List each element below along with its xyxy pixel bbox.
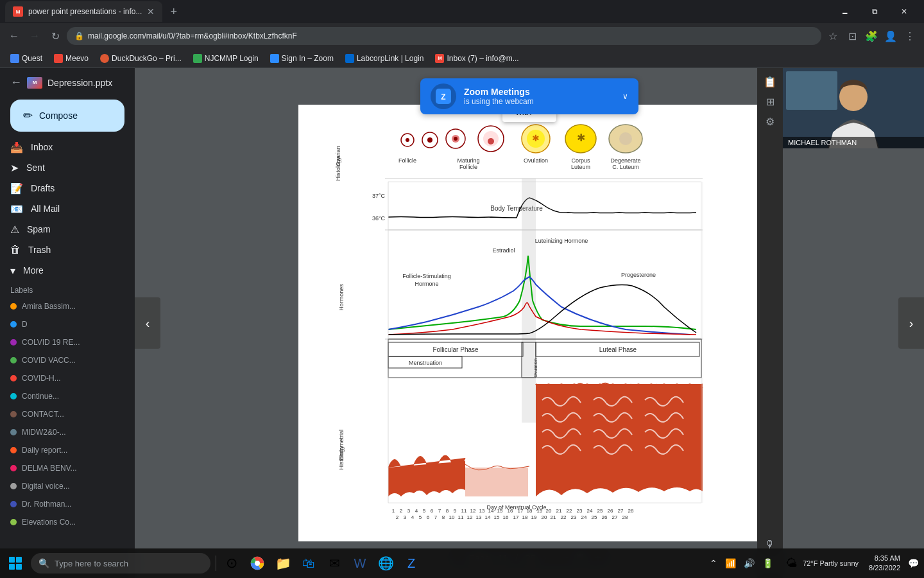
label-text: D xyxy=(22,320,28,329)
label-midw[interactable]: MIDW2&0-... xyxy=(0,423,135,441)
restore-button[interactable]: ⧉ xyxy=(860,0,889,23)
sidebar-item-allmail[interactable]: 📧 All Mail xyxy=(0,198,124,219)
webcam-video: MICHAEL ROTHMAN xyxy=(783,68,924,148)
bookmark-star-icon[interactable]: ☆ xyxy=(824,27,842,45)
prev-slide-button[interactable]: ‹ xyxy=(135,297,160,349)
svg-point-119 xyxy=(255,561,260,566)
sidebar-item-drafts[interactable]: 📝 Drafts xyxy=(0,178,124,198)
weather-widget[interactable]: 🌤 72°F Partly sunny xyxy=(781,557,864,570)
label-text: COLVID 19 RE... xyxy=(22,338,80,347)
refresh-button[interactable]: ↻ xyxy=(46,27,64,45)
label-daily[interactable]: Daily report... xyxy=(0,441,135,459)
label-digital[interactable]: Digital voice... xyxy=(0,477,135,495)
taskbar-search-bar[interactable]: 🔍 Type here to search xyxy=(31,553,210,574)
svg-text:Ovulation: Ovulation xyxy=(524,157,548,164)
zoom-subtitle: is using the webcam xyxy=(464,97,615,106)
notes-icon[interactable]: 📋 xyxy=(761,73,779,91)
zoom-chevron-button[interactable]: ∨ xyxy=(622,92,628,101)
new-tab-button[interactable]: + xyxy=(165,5,182,19)
bookmark-duckduckgo[interactable]: DuckDuckGo – Pri... xyxy=(95,51,187,66)
taskbar-mail[interactable]: ✉ xyxy=(321,550,347,576)
label-text: Digital voice... xyxy=(22,482,70,491)
svg-text:3: 3 xyxy=(404,514,407,520)
inbox-label: Inbox xyxy=(31,142,53,152)
next-slide-button[interactable]: › xyxy=(898,297,924,349)
label-elevations[interactable]: Elevations Co... xyxy=(0,513,135,531)
tray-wifi-icon[interactable]: 📶 xyxy=(723,556,739,571)
svg-text:25: 25 xyxy=(597,508,603,514)
settings-icon[interactable]: ⚙ xyxy=(763,113,777,130)
cast-icon[interactable]: ⊡ xyxy=(843,27,861,45)
back-arrow-button[interactable]: ← xyxy=(10,76,22,89)
sidebar-item-spam[interactable]: ⚠ Spam xyxy=(0,219,124,240)
svg-text:14: 14 xyxy=(485,514,491,520)
extensions-icon[interactable]: 🧩 xyxy=(862,27,880,45)
bookmark-quest[interactable]: Quest xyxy=(5,51,47,66)
notification-icon[interactable]: 💬 xyxy=(905,556,921,571)
label-d[interactable]: D xyxy=(0,315,135,333)
menu-icon[interactable]: ⋮ xyxy=(901,27,919,45)
sidebar-item-trash[interactable]: 🗑 Trash xyxy=(0,240,124,260)
label-delma[interactable]: DELMA BENV... xyxy=(0,459,135,477)
tray-volume-icon[interactable]: 🔊 xyxy=(741,556,757,571)
weather-temp: 72°F Partly sunny xyxy=(803,559,859,567)
label-dr-rothman[interactable]: Dr. Rothman... xyxy=(0,495,135,513)
bookmark-zoom[interactable]: Sign In – Zoom xyxy=(265,51,339,66)
svg-text:10: 10 xyxy=(449,514,455,520)
tab-close-button[interactable]: ✕ xyxy=(147,6,155,17)
label-amira[interactable]: Amira Bassim... xyxy=(0,297,135,315)
sidebar-item-more[interactable]: ▾ More xyxy=(0,260,124,281)
svg-point-20 xyxy=(619,132,632,145)
compose-button[interactable]: ✏ Compose xyxy=(10,100,124,132)
svg-text:✱: ✱ xyxy=(577,132,585,143)
taskbar-chrome[interactable] xyxy=(244,550,270,576)
bookmarks-bar: Quest Meevo DuckDuckGo – Pri... NJCMMP L… xyxy=(0,49,924,68)
expand-icon[interactable]: ⊞ xyxy=(764,93,777,110)
back-button[interactable]: ← xyxy=(5,27,23,45)
start-button[interactable] xyxy=(3,550,28,576)
svg-text:24: 24 xyxy=(587,508,593,514)
label-dot xyxy=(10,303,17,310)
tray-up-arrow[interactable]: ⌃ xyxy=(707,556,720,571)
url-bar[interactable]: 🔒 mail.google.com/mail/u/0/?tab=rm&ogbl#… xyxy=(67,27,821,45)
taskbar-cortana[interactable]: ⊙ xyxy=(219,550,244,576)
svg-text:20: 20 xyxy=(542,514,547,520)
compose-icon: ✏ xyxy=(23,109,33,123)
url-text: mail.google.com/mail/u/0/?tab=rm&ogbl#in… xyxy=(88,31,297,40)
system-clock[interactable]: 8:35 AM 8/23/2022 xyxy=(864,554,905,574)
taskbar-word[interactable]: W xyxy=(347,550,373,576)
profile-icon[interactable]: 👤 xyxy=(882,27,900,45)
svg-text:5: 5 xyxy=(423,508,426,514)
taskbar-browser-edge[interactable]: 🌐 xyxy=(373,550,398,576)
taskbar-store[interactable]: 🛍 xyxy=(296,550,321,576)
minimize-button[interactable]: 🗕 xyxy=(830,0,860,23)
svg-point-7 xyxy=(427,137,432,143)
label-contact[interactable]: CONTACT... xyxy=(0,405,135,423)
label-covid-vacc[interactable]: COVID VACC... xyxy=(0,351,135,369)
tray-battery-icon[interactable]: 🔋 xyxy=(760,556,776,571)
svg-text:1: 1 xyxy=(392,508,395,514)
taskbar-file-explorer[interactable]: 📁 xyxy=(270,550,296,576)
label-covid19[interactable]: COLVID 19 RE... xyxy=(0,333,135,351)
svg-text:6: 6 xyxy=(427,514,430,520)
svg-text:Luteinizing Hormone: Luteinizing Hormone xyxy=(535,238,588,244)
bookmark-meevo[interactable]: Meevo xyxy=(49,51,94,66)
bookmark-inbox[interactable]: M Inbox (7) – info@m... xyxy=(430,51,524,66)
svg-text:Histology: Histology xyxy=(338,446,345,470)
bookmark-njcmmp[interactable]: NJCMMP Login xyxy=(188,51,264,66)
bookmark-labcorp[interactable]: LabcorpLink | Login xyxy=(340,51,429,66)
label-dot xyxy=(10,321,17,328)
svg-text:4: 4 xyxy=(411,514,415,520)
active-tab[interactable]: M power point presentations - info... ✕ xyxy=(5,1,162,22)
sidebar-item-inbox[interactable]: 📥 Inbox xyxy=(0,137,124,157)
address-bar: ← → ↻ 🔒 mail.google.com/mail/u/0/?tab=rm… xyxy=(0,23,924,49)
forward-button[interactable]: → xyxy=(26,27,44,45)
svg-text:2: 2 xyxy=(400,508,403,514)
taskbar-zoom-app[interactable]: Z xyxy=(398,550,424,576)
close-button[interactable]: ✕ xyxy=(889,0,919,23)
svg-text:25: 25 xyxy=(592,514,597,520)
sidebar-item-sent[interactable]: ➤ Sent xyxy=(0,157,124,178)
label-continue[interactable]: Continue... xyxy=(0,387,135,405)
label-covid-h[interactable]: COVID-H... xyxy=(0,369,135,387)
system-tray: ⌃ 📶 🔊 🔋 xyxy=(702,556,781,571)
